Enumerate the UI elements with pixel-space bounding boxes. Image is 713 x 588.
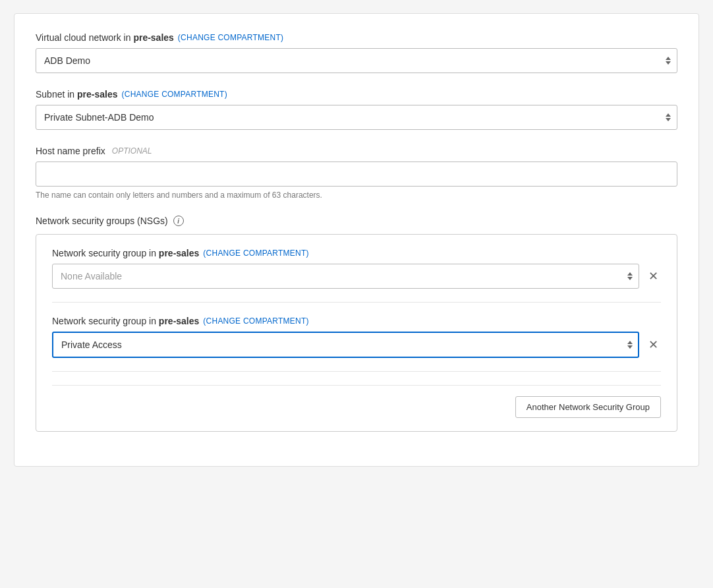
nsg-row-1-field-row: None Available ✕ — [52, 264, 661, 289]
nsg-row-1-label-text: Network security group in pre-sales — [52, 248, 199, 258]
nsg-row-2-compartment: pre-sales — [159, 316, 199, 326]
main-card: Virtual cloud network in pre-sales (CHAN… — [14, 13, 699, 467]
nsg-row-1: Network security group in pre-sales (CHA… — [52, 248, 661, 303]
nsg-row-1-label: Network security group in pre-sales (CHA… — [52, 248, 661, 258]
nsg-row-2-select-wrapper: Private Access — [52, 332, 639, 358]
vcn-compartment-name: pre-sales — [133, 32, 173, 43]
optional-label: OPTIONAL — [112, 146, 152, 156]
subnet-compartment-name: pre-sales — [77, 89, 117, 100]
host-prefix-label-text: Host name prefix — [36, 146, 105, 156]
host-prefix-hint: The name can contain only letters and nu… — [36, 191, 677, 200]
nsg-footer: Another Network Security Group — [52, 385, 661, 418]
subnet-section: Subnet in pre-sales (CHANGE COMPARTMENT)… — [36, 89, 677, 130]
host-prefix-input[interactable] — [36, 162, 677, 187]
nsg-row-2-select[interactable]: Private Access — [52, 332, 639, 358]
nsg-label-text: Network security groups (NSGs) — [36, 216, 168, 226]
add-nsg-button[interactable]: Another Network Security Group — [515, 396, 661, 418]
vcn-select[interactable]: ADB Demo — [36, 48, 677, 73]
nsg-row-1-change-compartment-link[interactable]: (CHANGE COMPARTMENT) — [203, 249, 308, 258]
subnet-label: Subnet in pre-sales (CHANGE COMPARTMENT) — [36, 89, 677, 100]
nsg-row-1-select[interactable]: None Available — [52, 264, 639, 289]
nsg-row-1-compartment: pre-sales — [159, 248, 199, 258]
nsg-row-2: Network security group in pre-sales (CHA… — [52, 316, 661, 372]
nsg-row-2-remove-button[interactable]: ✕ — [646, 336, 661, 353]
nsg-label: Network security groups (NSGs) i — [36, 216, 677, 226]
host-prefix-section: Host name prefix OPTIONAL The name can c… — [36, 146, 677, 200]
nsg-row-1-remove-button[interactable]: ✕ — [646, 268, 661, 285]
subnet-label-text: Subnet in pre-sales — [36, 89, 118, 100]
host-prefix-label: Host name prefix OPTIONAL — [36, 146, 677, 156]
nsg-row-2-label: Network security group in pre-sales (CHA… — [52, 316, 661, 326]
nsg-row-2-change-compartment-link[interactable]: (CHANGE COMPARTMENT) — [203, 316, 308, 326]
subnet-select-wrapper: Private Subnet-ADB Demo — [36, 105, 677, 130]
vcn-change-compartment-link[interactable]: (CHANGE COMPARTMENT) — [178, 33, 283, 42]
nsg-row-1-select-wrapper: None Available — [52, 264, 639, 289]
vcn-label-text: Virtual cloud network in pre-sales — [36, 32, 174, 43]
vcn-label: Virtual cloud network in pre-sales (CHAN… — [36, 32, 677, 43]
vcn-select-wrapper: ADB Demo — [36, 48, 677, 73]
nsg-info-icon[interactable]: i — [173, 216, 184, 226]
nsg-row-2-field-row: Private Access ✕ — [52, 332, 661, 358]
subnet-select[interactable]: Private Subnet-ADB Demo — [36, 105, 677, 130]
nsg-section: Network security groups (NSGs) i Network… — [36, 216, 677, 432]
nsg-container: Network security group in pre-sales (CHA… — [36, 234, 677, 432]
subnet-change-compartment-link[interactable]: (CHANGE COMPARTMENT) — [122, 90, 227, 99]
nsg-row-2-label-text: Network security group in pre-sales — [52, 316, 199, 326]
vcn-section: Virtual cloud network in pre-sales (CHAN… — [36, 32, 677, 73]
